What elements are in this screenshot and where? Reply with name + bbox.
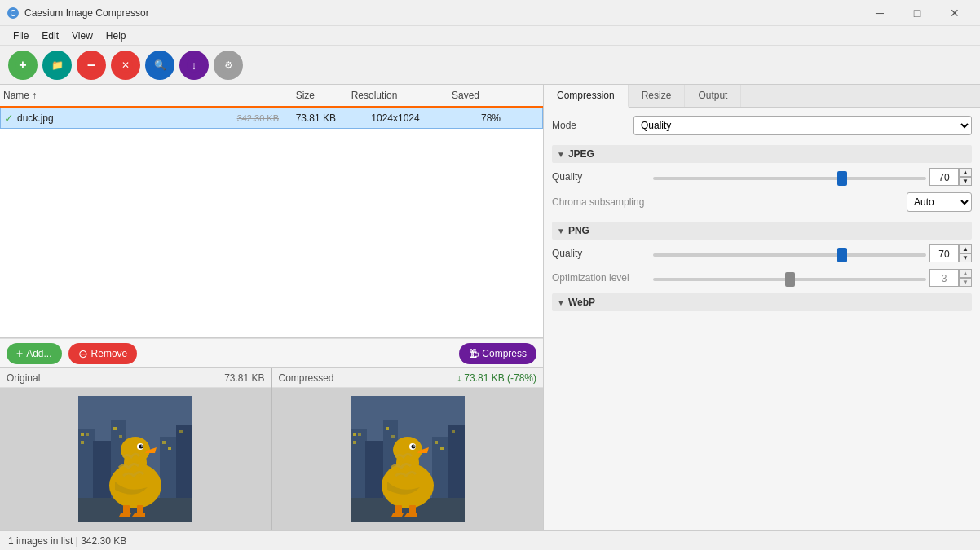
svg-rect-29	[179, 430, 183, 433]
add-icon: +	[16, 347, 23, 360]
svg-text:📁: 📁	[51, 59, 64, 71]
clear-all-button[interactable]: ✕	[111, 51, 140, 80]
file-name: duck.jpg	[17, 112, 221, 124]
svg-text:🔍: 🔍	[154, 59, 166, 71]
menu-edit[interactable]: Edit	[35, 29, 65, 43]
svg-text:–: –	[87, 57, 95, 73]
svg-rect-23	[86, 433, 89, 436]
chroma-row: Chroma subsampling Auto 4:4:4 4:2:2 4:2:…	[552, 192, 972, 212]
menu-help[interactable]: Help	[99, 29, 133, 43]
svg-rect-28	[168, 447, 171, 450]
maximize-button[interactable]: □	[898, 0, 936, 26]
jpeg-quality-row: Quality 70 ▲ ▼	[552, 168, 972, 186]
original-size: 73.81 KB	[224, 372, 264, 384]
jpeg-collapse-arrow: ▼	[557, 150, 565, 159]
svg-text:↓: ↓	[192, 59, 197, 72]
mode-select[interactable]: Quality Lossy Lossless	[633, 116, 972, 135]
png-section-title: PNG	[568, 225, 589, 236]
tab-resize[interactable]: Resize	[629, 85, 686, 107]
svg-rect-22	[81, 433, 84, 436]
opt-level-slider[interactable]	[653, 278, 926, 281]
preview-area: Original 73.81 KB	[0, 367, 543, 530]
right-panel: Compression Resize Output Mode Quality L…	[544, 85, 980, 530]
menu-view[interactable]: View	[65, 29, 99, 43]
svg-point-36	[141, 445, 143, 447]
svg-text:✕: ✕	[121, 59, 130, 71]
svg-rect-38	[137, 505, 143, 513]
png-quality-row: Quality 70 ▲ ▼	[552, 244, 972, 262]
minimize-button[interactable]: ─	[861, 0, 898, 26]
col-header-name[interactable]: Name ↑	[3, 90, 215, 101]
original-image-area	[0, 388, 271, 530]
download-button[interactable]: ↓	[179, 51, 209, 80]
svg-rect-61	[409, 505, 416, 513]
webp-section-title: WebP	[568, 297, 595, 308]
mode-row: Mode Quality Lossy Lossless	[552, 116, 972, 135]
tab-compression[interactable]: Compression	[544, 85, 629, 108]
svg-point-58	[411, 445, 415, 449]
jpeg-quality-value-box: 70 ▲ ▼	[929, 168, 972, 186]
svg-rect-26	[119, 435, 122, 438]
jpeg-quality-up[interactable]: ▲	[959, 168, 972, 177]
add-button[interactable]: + Add...	[7, 343, 62, 364]
jpeg-quality-slider-wrapper	[650, 171, 929, 183]
search-button[interactable]: 🔍	[145, 51, 174, 80]
svg-rect-46	[358, 433, 361, 436]
original-duck-image	[78, 396, 192, 522]
compressed-size: ↓ 73.81 KB (-78%)	[457, 372, 536, 384]
png-quality-spinbox[interactable]: ▲ ▼	[959, 244, 972, 262]
opt-level-slider-wrapper	[650, 272, 929, 284]
compress-icon: 🗜	[469, 348, 479, 359]
close-button[interactable]: ✕	[936, 0, 973, 26]
svg-rect-24	[81, 441, 84, 444]
status-text: 1 images in list | 342.30 KB	[8, 535, 126, 547]
table-row[interactable]: ✓ duck.jpg 342.30 KB 73.81 KB 1024x1024 …	[0, 108, 543, 129]
jpeg-quality-slider[interactable]	[653, 177, 926, 180]
svg-rect-50	[435, 441, 438, 444]
add-files-button[interactable]: +	[8, 51, 38, 80]
main-area: Name ↑ Size Resolution Saved ✓ duck.jpg …	[0, 85, 980, 530]
file-resolution: 1024x1024	[342, 112, 448, 124]
col-header-saved[interactable]: Saved	[427, 90, 492, 101]
svg-rect-60	[395, 505, 402, 513]
png-quality-up[interactable]: ▲	[959, 244, 972, 253]
col-header-resolution[interactable]: Resolution	[321, 90, 427, 101]
opt-level-down[interactable]: ▼	[959, 278, 972, 287]
tabs-bar: Compression Resize Output	[544, 85, 980, 108]
mode-label: Mode	[552, 120, 633, 131]
compressed-label-bar: Compressed ↓ 73.81 KB (-78%)	[272, 368, 544, 388]
compress-button[interactable]: 🗜 Compress	[459, 343, 536, 364]
png-quality-down[interactable]: ▼	[959, 253, 972, 262]
chroma-select[interactable]: Auto 4:4:4 4:2:2 4:2:0	[907, 192, 972, 212]
jpeg-quality-spinbox[interactable]: ▲ ▼	[959, 168, 972, 186]
settings-button[interactable]: ⚙	[214, 51, 243, 80]
png-quality-slider-wrapper	[650, 248, 929, 259]
jpeg-quality-down[interactable]: ▼	[959, 177, 972, 186]
col-header-size[interactable]: Size	[215, 90, 321, 101]
file-list: Name ↑ Size Resolution Saved ✓ duck.jpg …	[0, 85, 543, 338]
opt-level-spinbox[interactable]: ▲ ▼	[959, 269, 972, 287]
settings-panel: Mode Quality Lossy Lossless ▼ JPEG Quali…	[544, 108, 980, 530]
webp-section-header[interactable]: ▼ WebP	[552, 293, 972, 311]
svg-rect-37	[123, 505, 130, 513]
left-panel: Name ↑ Size Resolution Saved ✓ duck.jpg …	[0, 85, 544, 530]
compressed-image-area	[272, 388, 544, 530]
png-quality-value-box: 70 ▲ ▼	[929, 244, 972, 262]
original-preview: Original 73.81 KB	[0, 368, 271, 530]
add-folder-button[interactable]: 📁	[42, 51, 72, 80]
opt-level-label: Optimization level	[552, 272, 650, 284]
opt-level-up[interactable]: ▲	[959, 269, 972, 278]
jpeg-section-title: JPEG	[568, 148, 594, 160]
svg-rect-52	[452, 430, 455, 433]
menubar: File Edit View Help	[0, 26, 980, 46]
menu-file[interactable]: File	[7, 29, 35, 43]
png-quality-slider[interactable]	[653, 253, 926, 257]
png-section-header[interactable]: ▼ PNG	[552, 222, 972, 240]
compressed-preview: Compressed ↓ 73.81 KB (-78%)	[272, 368, 544, 530]
tab-output[interactable]: Output	[685, 85, 741, 107]
remove-button[interactable]: ⊖ Remove	[68, 343, 138, 364]
remove-selected-button[interactable]: –	[77, 51, 106, 80]
jpeg-section-header[interactable]: ▼ JPEG	[552, 145, 972, 163]
remove-icon: ⊖	[78, 347, 88, 360]
svg-point-59	[413, 445, 415, 447]
